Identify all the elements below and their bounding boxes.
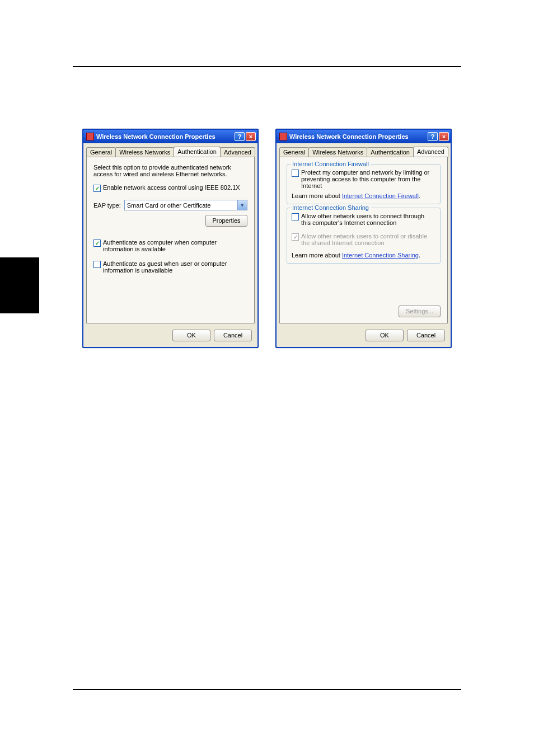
groupbox-legend: Internet Connection Sharing bbox=[291, 204, 371, 211]
checkbox-label: Allow other network users to control or … bbox=[301, 233, 435, 246]
checkbox-icon bbox=[292, 213, 299, 220]
checkbox-icon: ✓ bbox=[93, 240, 101, 247]
help-button[interactable]: ? bbox=[428, 132, 438, 141]
checkbox-label: Allow other network users to connect thr… bbox=[301, 213, 435, 226]
checkbox-icon: ✓ bbox=[292, 233, 299, 241]
ics-learn-more: Learn more about Internet Connection Sha… bbox=[292, 252, 435, 259]
checkbox-icon bbox=[93, 261, 101, 268]
window-title: Wireless Network Connection Properties bbox=[96, 133, 232, 140]
dialogs-container: Wireless Network Connection Properties ?… bbox=[73, 129, 461, 348]
eap-type-select[interactable]: Smart Card or other Certificate ▼ bbox=[124, 200, 247, 210]
checkbox-icon bbox=[292, 170, 299, 177]
icf-learn-more: Learn more about Internet Connection Fir… bbox=[292, 192, 435, 199]
close-button[interactable]: × bbox=[246, 132, 256, 141]
checkbox-icf-protect[interactable]: Protect my computer and network by limit… bbox=[292, 169, 435, 189]
checkbox-ics-allow-connect[interactable]: Allow other network users to connect thr… bbox=[292, 213, 435, 226]
tab-advanced[interactable]: Advanced bbox=[220, 147, 255, 157]
app-icon bbox=[279, 133, 287, 140]
dialog-authentication: Wireless Network Connection Properties ?… bbox=[82, 129, 259, 348]
tab-strip: General Wireless Networks Authentication… bbox=[277, 143, 451, 157]
eap-type-value: Smart Card or other Certificate bbox=[127, 202, 211, 209]
cancel-button[interactable]: Cancel bbox=[214, 330, 252, 341]
help-button[interactable]: ? bbox=[235, 132, 245, 141]
ok-button[interactable]: OK bbox=[172, 330, 210, 341]
checkbox-label: Enable network access control using IEEE… bbox=[103, 184, 240, 191]
checkbox-auth-as-guest[interactable]: Authenticate as guest when user or compu… bbox=[93, 260, 247, 274]
checkbox-enable-8021x[interactable]: ✓ Enable network access control using IE… bbox=[93, 184, 247, 192]
link-icf[interactable]: Internet Connection Firewall bbox=[342, 192, 419, 199]
dialog-buttons: OK Cancel bbox=[277, 326, 451, 347]
dialog-buttons: OK Cancel bbox=[83, 326, 257, 347]
ok-button[interactable]: OK bbox=[366, 330, 404, 341]
tab-wireless-networks[interactable]: Wireless Networks bbox=[115, 147, 174, 157]
tab-strip: General Wireless Networks Authentication… bbox=[83, 143, 257, 157]
link-ics[interactable]: Internet Connection Sharing bbox=[342, 252, 419, 259]
tab-general[interactable]: General bbox=[279, 147, 309, 157]
checkbox-label: Authenticate as guest when user or compu… bbox=[103, 260, 247, 274]
app-icon bbox=[86, 133, 94, 140]
titlebar[interactable]: Wireless Network Connection Properties ?… bbox=[277, 130, 451, 143]
groupbox-ics: Internet Connection Sharing Allow other … bbox=[287, 208, 441, 264]
checkbox-label: Protect my computer and network by limit… bbox=[301, 169, 435, 189]
auth-intro-text: Select this option to provide authentica… bbox=[93, 164, 247, 177]
properties-button[interactable]: Properties bbox=[205, 215, 247, 227]
checkbox-auth-as-computer[interactable]: ✓ Authenticate as computer when computer… bbox=[93, 239, 247, 252]
page-rule-bottom bbox=[73, 689, 461, 690]
close-button[interactable]: × bbox=[439, 132, 449, 141]
checkbox-ics-allow-control: ✓ Allow other network users to control o… bbox=[292, 233, 435, 246]
settings-button: Settings... bbox=[399, 306, 441, 317]
checkbox-icon: ✓ bbox=[93, 185, 101, 192]
page-side-tab bbox=[0, 257, 39, 313]
tab-content-advanced: Internet Connection Firewall Protect my … bbox=[279, 157, 448, 323]
chevron-down-icon: ▼ bbox=[237, 200, 247, 210]
ics-learn-pre: Learn more about bbox=[292, 252, 342, 259]
groupbox-legend: Internet Connection Firewall bbox=[291, 161, 371, 167]
groupbox-icf: Internet Connection Firewall Protect my … bbox=[287, 164, 441, 204]
eap-type-label: EAP type: bbox=[93, 202, 121, 209]
tab-wireless-networks[interactable]: Wireless Networks bbox=[308, 147, 367, 157]
cancel-button[interactable]: Cancel bbox=[407, 330, 445, 341]
tab-authentication[interactable]: Authentication bbox=[174, 147, 221, 157]
page-rule-top bbox=[73, 66, 461, 67]
tab-advanced[interactable]: Advanced bbox=[413, 147, 448, 157]
tab-general[interactable]: General bbox=[86, 147, 116, 157]
tab-content-authentication: Select this option to provide authentica… bbox=[86, 157, 255, 323]
icf-learn-pre: Learn more about bbox=[292, 192, 342, 199]
tab-authentication[interactable]: Authentication bbox=[367, 147, 414, 157]
dialog-advanced: Wireless Network Connection Properties ?… bbox=[275, 129, 452, 348]
checkbox-label: Authenticate as computer when computer i… bbox=[103, 239, 247, 252]
titlebar[interactable]: Wireless Network Connection Properties ?… bbox=[83, 130, 257, 143]
window-title: Wireless Network Connection Properties bbox=[289, 133, 425, 140]
